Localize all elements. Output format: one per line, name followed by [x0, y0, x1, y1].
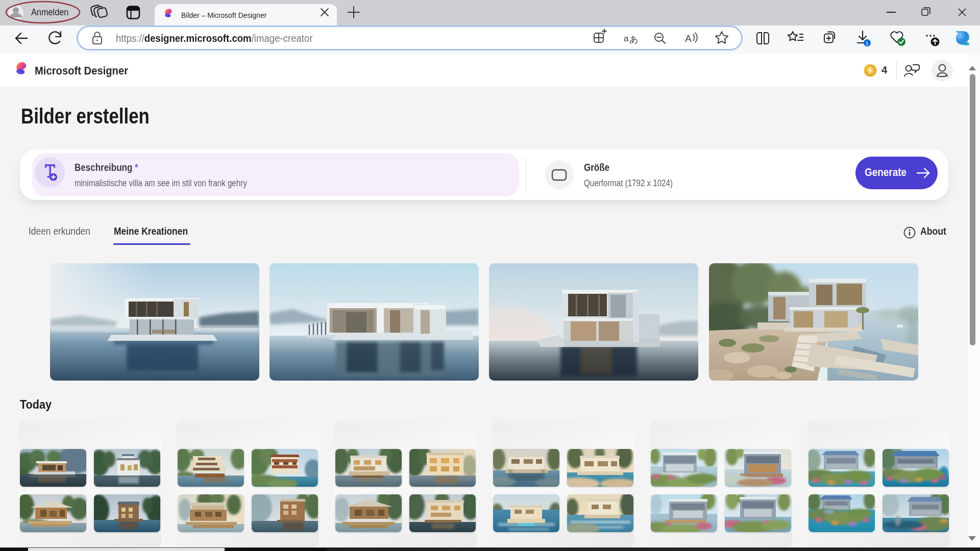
svg-text:a: a — [624, 34, 629, 43]
svg-text:あ: あ — [629, 35, 638, 44]
svg-text:A: A — [685, 33, 692, 44]
svg-text:i: i — [866, 40, 868, 46]
